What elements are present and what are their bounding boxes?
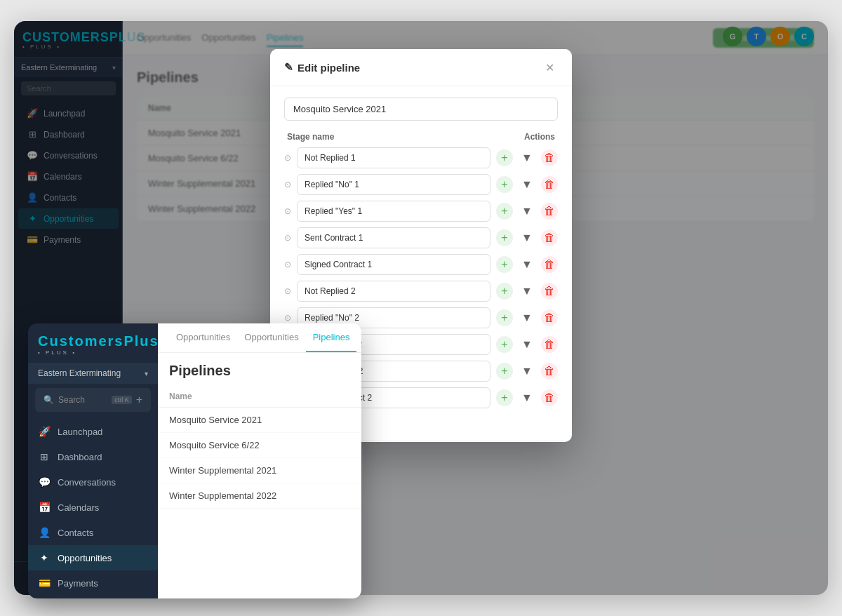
fg-logo-sub: • PLUS •	[38, 349, 148, 356]
fg-logo: CustomersPlus • PLUS •	[28, 323, 158, 363]
fg-org-name: Eastern Exterminating	[38, 368, 121, 378]
stage-row-5: ⊙ + ▼ 🗑	[284, 281, 558, 302]
drag-handle-icon[interactable]: ⊙	[284, 233, 291, 243]
fg-nav-label: Dashboard	[58, 452, 102, 462]
fg-org-selector[interactable]: Eastern Exterminating ▾	[28, 363, 158, 384]
stage-filter-button-3[interactable]: ▼	[519, 229, 535, 246]
stage-activate-button-6[interactable]: +	[496, 309, 513, 326]
stage-delete-button-6[interactable]: 🗑	[541, 309, 558, 326]
fg-table-row-3[interactable]: Winter Supplemental 2022	[158, 483, 361, 509]
fg-table-header: Name	[158, 386, 361, 408]
actions-label: Actions	[524, 132, 555, 142]
fg-chevron-down-icon: ▾	[145, 370, 148, 377]
stage-delete-button-8[interactable]: 🗑	[541, 363, 558, 380]
fg-tab-opportunities2[interactable]: Opportunities	[237, 323, 305, 352]
fg-nav-item-launchpad[interactable]: 🚀 Launchpad	[28, 419, 158, 444]
fg-search-placeholder: Search	[58, 395, 107, 405]
fg-search-bar[interactable]: 🔍 Search ctrl K +	[35, 388, 151, 412]
fg-calendar-icon: 📅	[38, 502, 51, 513]
stage-activate-button-1[interactable]: +	[496, 176, 513, 193]
stage-input-3[interactable]	[297, 227, 490, 248]
fg-table-row-2[interactable]: Winter Supplemental 2021	[158, 458, 361, 483]
fg-sidebar: CustomersPlus • PLUS • Eastern Extermina…	[28, 323, 158, 598]
stage-filter-button-0[interactable]: ▼	[519, 149, 535, 166]
stage-activate-button-2[interactable]: +	[496, 203, 513, 220]
stage-input-5[interactable]	[297, 281, 490, 302]
fg-conversations-icon: 💬	[38, 476, 51, 488]
stage-filter-button-2[interactable]: ▼	[519, 203, 535, 220]
stage-row-3: ⊙ + ▼ 🗑	[284, 227, 558, 248]
fg-nav-item-contacts[interactable]: 👤 Contacts	[28, 520, 158, 545]
drag-handle-icon[interactable]: ⊙	[284, 180, 291, 189]
edit-icon: ✎	[284, 61, 293, 74]
fg-table-row-1[interactable]: Mosquito Service 6/22	[158, 433, 361, 458]
fg-tab-opportunities1[interactable]: Opportunities	[169, 323, 237, 352]
fg-launchpad-icon: 🚀	[38, 426, 51, 437]
fg-nav-item-conversations[interactable]: 💬 Conversations	[28, 469, 158, 495]
fg-nav-label: Contacts	[58, 528, 93, 538]
stage-input-4[interactable]	[297, 254, 490, 275]
fg-nav-label: Opportunities	[58, 553, 112, 563]
stage-activate-button-3[interactable]: +	[496, 229, 513, 246]
drag-handle-icon[interactable]: ⊙	[284, 286, 291, 296]
stage-input-0[interactable]	[297, 147, 490, 168]
fg-logo-text: CustomersPlus	[38, 333, 148, 349]
fg-opportunities-icon: ✦	[38, 552, 51, 563]
fg-nav-item-calendars[interactable]: 📅 Calendars	[28, 495, 158, 520]
stage-activate-button-4[interactable]: +	[496, 256, 513, 273]
fg-tab-pipelines[interactable]: Pipelines	[306, 323, 357, 352]
foreground-panel: CustomersPlus • PLUS • Eastern Extermina…	[28, 323, 361, 598]
pipeline-name-input[interactable]	[284, 98, 558, 121]
fg-search-add-icon[interactable]: +	[136, 394, 142, 406]
fg-table-row-0[interactable]: Mosquito Service 2021	[158, 408, 361, 433]
stage-delete-button-1[interactable]: 🗑	[541, 176, 558, 193]
fg-dashboard-icon: ⊞	[38, 451, 51, 462]
stages-header: Stage name Actions	[284, 132, 558, 142]
stage-delete-button-3[interactable]: 🗑	[541, 229, 558, 246]
fg-nav-label: Calendars	[58, 502, 99, 513]
stage-activate-button-0[interactable]: +	[496, 149, 513, 166]
stage-name-label: Stage name	[287, 132, 334, 142]
stage-filter-button-4[interactable]: ▼	[519, 256, 535, 273]
stage-filter-button-6[interactable]: ▼	[519, 309, 535, 326]
fg-nav-label: Payments	[58, 578, 98, 589]
fg-search-icon: 🔍	[44, 395, 54, 405]
stage-row-2: ⊙ + ▼ 🗑	[284, 201, 558, 222]
modal-close-button[interactable]: ✕	[541, 59, 558, 76]
drag-handle-icon[interactable]: ⊙	[284, 260, 291, 269]
stage-filter-button-7[interactable]: ▼	[519, 336, 535, 353]
stage-filter-button-1[interactable]: ▼	[519, 176, 535, 193]
modal-title: ✎ Edit pipeline	[284, 61, 360, 74]
drag-handle-icon[interactable]: ⊙	[284, 206, 291, 216]
fg-search-kbd: ctrl K	[112, 396, 132, 404]
stage-input-2[interactable]	[297, 201, 490, 222]
fg-nav-label: Launchpad	[58, 427, 102, 437]
fg-nav: 🚀 Launchpad ⊞ Dashboard 💬 Conversations …	[28, 416, 158, 598]
stage-filter-button-8[interactable]: ▼	[519, 363, 535, 380]
stage-delete-button-9[interactable]: 🗑	[541, 389, 558, 406]
stage-delete-button-4[interactable]: 🗑	[541, 256, 558, 273]
fg-nav-item-opportunities[interactable]: ✦ Opportunities	[28, 545, 158, 570]
fg-payments-icon: 💳	[38, 577, 51, 589]
fg-nav-item-payments[interactable]: 💳 Payments	[28, 570, 158, 596]
stage-row-4: ⊙ + ▼ 🗑	[284, 254, 558, 275]
fg-main-panel: Opportunities Opportunities Pipelines Pi…	[158, 323, 361, 598]
stage-filter-button-9[interactable]: ▼	[519, 389, 535, 406]
fg-pipelines-title: Pipelines	[158, 353, 361, 386]
fg-contacts-icon: 👤	[38, 527, 51, 538]
fg-nav-item-dashboard[interactable]: ⊞ Dashboard	[28, 444, 158, 469]
stage-row-1: ⊙ + ▼ 🗑	[284, 174, 558, 195]
stage-row-0: ⊙ + ▼ 🗑	[284, 147, 558, 168]
stage-delete-button-0[interactable]: 🗑	[541, 149, 558, 166]
stage-filter-button-5[interactable]: ▼	[519, 283, 535, 300]
stage-activate-button-9[interactable]: +	[496, 389, 513, 406]
stage-delete-button-2[interactable]: 🗑	[541, 203, 558, 220]
stage-activate-button-7[interactable]: +	[496, 336, 513, 353]
drag-handle-icon[interactable]: ⊙	[284, 313, 291, 323]
stage-delete-button-7[interactable]: 🗑	[541, 336, 558, 353]
stage-input-1[interactable]	[297, 174, 490, 195]
drag-handle-icon[interactable]: ⊙	[284, 153, 291, 163]
stage-delete-button-5[interactable]: 🗑	[541, 283, 558, 300]
stage-activate-button-5[interactable]: +	[496, 283, 513, 300]
stage-activate-button-8[interactable]: +	[496, 363, 513, 380]
